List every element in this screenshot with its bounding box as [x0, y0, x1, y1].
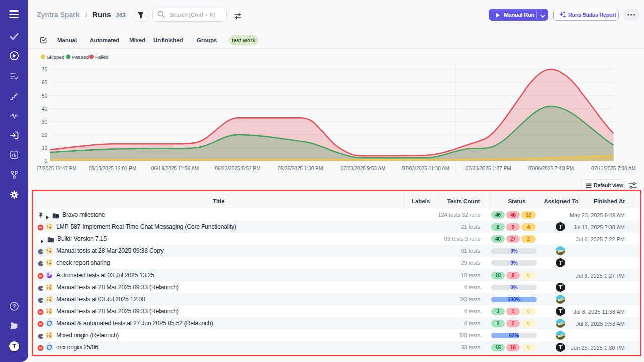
svg-text:?: ? — [13, 303, 16, 309]
svg-text:06/23/2025 5:52 PM: 06/23/2025 5:52 PM — [215, 166, 260, 171]
svg-text:06/17/2025 12:47 PM: 06/17/2025 12:47 PM — [37, 166, 77, 171]
svg-text:40: 40 — [42, 106, 48, 112]
svg-text:06/19/2025 11:56 AM: 06/19/2025 11:56 AM — [151, 166, 199, 171]
svg-text:30: 30 — [42, 119, 48, 125]
svg-text:Failed: Failed — [95, 54, 109, 60]
svg-text:0: 0 — [44, 158, 47, 164]
svg-text:07/03/2025 9:53 AM: 07/03/2025 9:53 AM — [341, 166, 386, 171]
svg-text:20: 20 — [42, 132, 48, 138]
svg-text:Passed: Passed — [72, 54, 89, 60]
svg-text:07/06/2025 7:40 PM: 07/06/2025 7:40 PM — [528, 166, 574, 171]
svg-text:60: 60 — [42, 80, 48, 85]
svg-text:70: 70 — [42, 67, 48, 72]
svg-text:06/18/2025 12:01 PM: 06/18/2025 12:01 PM — [89, 166, 137, 171]
svg-text:Skipped: Skipped — [47, 54, 64, 60]
svg-text:07/03/2025 11:38 AM: 07/03/2025 11:38 AM — [402, 166, 449, 171]
svg-text:07/03/2025 1:27 PM: 07/03/2025 1:27 PM — [465, 166, 511, 171]
svg-text:10: 10 — [42, 145, 48, 151]
svg-text:50: 50 — [42, 93, 48, 99]
svg-text:06/25/2025 1:30 PM: 06/25/2025 1:30 PM — [278, 166, 323, 171]
svg-text:07/11/2025 7:38 AM: 07/11/2025 7:38 AM — [591, 166, 636, 171]
